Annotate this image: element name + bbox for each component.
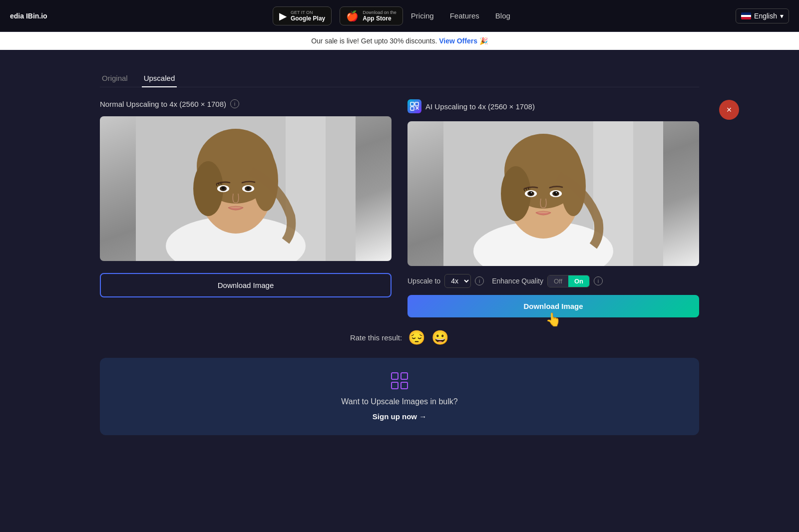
bulk-title: Want to Upscale Images in bulk?	[114, 397, 685, 406]
sale-banner: Our sale is live! Get upto 30% discounts…	[0, 32, 799, 50]
logo: edia IBin.io	[10, 12, 47, 20]
scale-control-group: Upscale to 4x 1x 2x i	[407, 274, 484, 288]
apple-icon: 🍎	[346, 10, 359, 22]
comparison-grid: Normal Upscaling to 4x (2560 × 1708) i	[100, 99, 699, 317]
right-download-wrapper: Download Image 👆	[407, 295, 699, 317]
enhance-label: Enhance Quality	[492, 277, 543, 285]
left-info-icon[interactable]: i	[230, 99, 239, 108]
svg-point-10	[222, 187, 225, 190]
upscale-label: Upscale to	[407, 277, 440, 285]
right-image	[407, 121, 699, 266]
header: edia IBin.io ▶ GET IT ON Google Play 🍎 D…	[0, 0, 799, 32]
left-image	[100, 116, 392, 261]
toggle-on-button[interactable]: On	[568, 275, 589, 287]
left-panel: Normal Upscaling to 4x (2560 × 1708) i	[100, 99, 392, 317]
tabs: Original Upscaled	[100, 70, 699, 87]
svg-rect-33	[392, 373, 398, 379]
google-play-icon: ▶	[279, 10, 287, 22]
svg-rect-35	[392, 382, 398, 389]
chevron-down-icon: ▾	[780, 12, 784, 20]
bulk-icon	[114, 372, 685, 393]
flag-icon	[741, 12, 751, 19]
svg-point-31	[554, 192, 558, 195]
view-offers-link[interactable]: View Offers 🎉	[439, 37, 488, 45]
svg-point-27	[529, 192, 533, 195]
rating-section: Rate this result: 😔 😀	[100, 329, 699, 346]
svg-point-13	[247, 187, 250, 190]
right-title-text: AI Upscaling to 4x (2560 × 1708)	[425, 102, 535, 111]
enhance-control-group: Enhance Quality Off On i	[492, 275, 603, 287]
nav-blog[interactable]: Blog	[495, 11, 510, 20]
language-selector[interactable]: English ▾	[736, 8, 789, 23]
header-right: English ▾	[736, 8, 789, 23]
rating-happy-emoji[interactable]: 😀	[431, 329, 449, 346]
svg-rect-34	[401, 373, 407, 379]
google-play-label: GET IT ON	[291, 10, 325, 15]
nav-pricing[interactable]: Pricing	[411, 11, 434, 20]
tab-original[interactable]: Original	[100, 70, 130, 87]
google-play-button[interactable]: ▶ GET IT ON Google Play	[273, 6, 332, 25]
left-download-button[interactable]: Download Image	[100, 273, 392, 297]
signup-link[interactable]: Sign up now	[373, 412, 426, 421]
app-store-label: Download on the	[363, 10, 397, 15]
language-label: English	[754, 12, 777, 20]
left-portrait-svg	[100, 116, 392, 261]
bulk-banner: Want to Upscale Images in bulk? Sign up …	[100, 358, 699, 435]
close-button[interactable]: ×	[719, 100, 739, 120]
svg-rect-14	[410, 102, 414, 106]
app-store-store: App Store	[363, 15, 397, 22]
rating-label: Rate this result:	[350, 333, 402, 342]
right-image-container	[407, 121, 699, 266]
svg-rect-16	[410, 107, 414, 110]
header-center: ▶ GET IT ON Google Play 🍎 Download on th…	[273, 6, 510, 25]
scale-select[interactable]: 4x 1x 2x	[444, 274, 471, 288]
sale-text: Our sale is live! Get upto 30% discounts…	[311, 37, 437, 45]
svg-point-32	[556, 192, 557, 193]
tab-upscaled[interactable]: Upscaled	[142, 70, 177, 87]
left-panel-title: Normal Upscaling to 4x (2560 × 1708) i	[100, 99, 392, 108]
left-title-text: Normal Upscaling to 4x (2560 × 1708)	[100, 100, 226, 108]
main-nav: Pricing Features Blog	[411, 11, 510, 20]
upscale-controls: Upscale to 4x 1x 2x i Enhance Quality	[407, 274, 699, 288]
enhance-toggle: Off On	[547, 275, 590, 287]
enhance-info-icon[interactable]: i	[594, 276, 603, 285]
svg-rect-36	[401, 382, 407, 389]
rating-sad-emoji[interactable]: 😔	[408, 329, 425, 346]
svg-rect-15	[415, 102, 418, 106]
right-panel: AI Upscaling to 4x (2560 × 1708)	[407, 99, 699, 317]
right-portrait-svg	[407, 121, 699, 266]
google-play-store: Google Play	[291, 15, 325, 22]
left-image-container	[100, 116, 392, 261]
right-panel-title: AI Upscaling to 4x (2560 × 1708)	[407, 99, 699, 113]
scale-info-icon[interactable]: i	[475, 276, 484, 285]
toggle-off-button[interactable]: Off	[548, 275, 568, 287]
app-store-button[interactable]: 🍎 Download on the App Store	[340, 6, 403, 25]
ai-upscale-icon	[407, 99, 421, 113]
nav-features[interactable]: Features	[450, 11, 479, 20]
right-download-button[interactable]: Download Image	[407, 295, 699, 317]
main-content: Original Upscaled Normal Upscaling to 4x…	[0, 50, 799, 530]
svg-point-28	[531, 192, 532, 193]
right-panel-bottom: Upscale to 4x 1x 2x i Enhance Quality	[407, 274, 699, 317]
